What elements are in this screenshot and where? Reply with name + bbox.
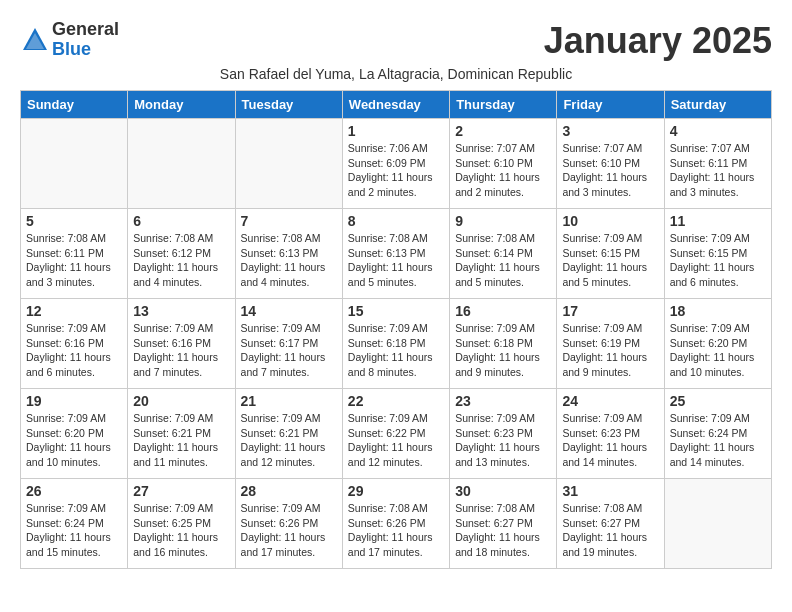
day-number: 10 xyxy=(562,213,658,229)
day-number: 6 xyxy=(133,213,229,229)
day-number: 23 xyxy=(455,393,551,409)
calendar-week-row: 19Sunrise: 7:09 AM Sunset: 6:20 PM Dayli… xyxy=(21,389,772,479)
day-info: Sunrise: 7:06 AM Sunset: 6:09 PM Dayligh… xyxy=(348,141,444,200)
day-info: Sunrise: 7:09 AM Sunset: 6:17 PM Dayligh… xyxy=(241,321,337,380)
calendar-table: SundayMondayTuesdayWednesdayThursdayFrid… xyxy=(20,90,772,569)
weekday-header: Monday xyxy=(128,91,235,119)
calendar-cell: 3Sunrise: 7:07 AM Sunset: 6:10 PM Daylig… xyxy=(557,119,664,209)
day-info: Sunrise: 7:09 AM Sunset: 6:24 PM Dayligh… xyxy=(26,501,122,560)
day-info: Sunrise: 7:09 AM Sunset: 6:24 PM Dayligh… xyxy=(670,411,766,470)
day-number: 15 xyxy=(348,303,444,319)
calendar-cell: 22Sunrise: 7:09 AM Sunset: 6:22 PM Dayli… xyxy=(342,389,449,479)
calendar-cell xyxy=(128,119,235,209)
day-info: Sunrise: 7:09 AM Sunset: 6:25 PM Dayligh… xyxy=(133,501,229,560)
calendar-cell: 9Sunrise: 7:08 AM Sunset: 6:14 PM Daylig… xyxy=(450,209,557,299)
calendar-week-row: 26Sunrise: 7:09 AM Sunset: 6:24 PM Dayli… xyxy=(21,479,772,569)
calendar-cell: 16Sunrise: 7:09 AM Sunset: 6:18 PM Dayli… xyxy=(450,299,557,389)
day-info: Sunrise: 7:09 AM Sunset: 6:15 PM Dayligh… xyxy=(562,231,658,290)
calendar-cell: 31Sunrise: 7:08 AM Sunset: 6:27 PM Dayli… xyxy=(557,479,664,569)
day-info: Sunrise: 7:08 AM Sunset: 6:12 PM Dayligh… xyxy=(133,231,229,290)
weekday-header: Tuesday xyxy=(235,91,342,119)
day-info: Sunrise: 7:08 AM Sunset: 6:26 PM Dayligh… xyxy=(348,501,444,560)
day-info: Sunrise: 7:08 AM Sunset: 6:27 PM Dayligh… xyxy=(455,501,551,560)
calendar-cell: 24Sunrise: 7:09 AM Sunset: 6:23 PM Dayli… xyxy=(557,389,664,479)
day-number: 2 xyxy=(455,123,551,139)
calendar-cell: 4Sunrise: 7:07 AM Sunset: 6:11 PM Daylig… xyxy=(664,119,771,209)
calendar-cell: 8Sunrise: 7:08 AM Sunset: 6:13 PM Daylig… xyxy=(342,209,449,299)
page-header: General Blue January 2025 xyxy=(20,20,772,62)
day-info: Sunrise: 7:08 AM Sunset: 6:13 PM Dayligh… xyxy=(348,231,444,290)
day-number: 24 xyxy=(562,393,658,409)
calendar-cell: 25Sunrise: 7:09 AM Sunset: 6:24 PM Dayli… xyxy=(664,389,771,479)
calendar-cell: 29Sunrise: 7:08 AM Sunset: 6:26 PM Dayli… xyxy=(342,479,449,569)
calendar-cell: 6Sunrise: 7:08 AM Sunset: 6:12 PM Daylig… xyxy=(128,209,235,299)
day-number: 18 xyxy=(670,303,766,319)
calendar-cell xyxy=(235,119,342,209)
day-number: 29 xyxy=(348,483,444,499)
day-number: 8 xyxy=(348,213,444,229)
calendar-cell xyxy=(664,479,771,569)
calendar-cell: 14Sunrise: 7:09 AM Sunset: 6:17 PM Dayli… xyxy=(235,299,342,389)
weekday-header-row: SundayMondayTuesdayWednesdayThursdayFrid… xyxy=(21,91,772,119)
day-info: Sunrise: 7:07 AM Sunset: 6:10 PM Dayligh… xyxy=(455,141,551,200)
day-info: Sunrise: 7:08 AM Sunset: 6:11 PM Dayligh… xyxy=(26,231,122,290)
day-info: Sunrise: 7:09 AM Sunset: 6:23 PM Dayligh… xyxy=(562,411,658,470)
logo-blue: Blue xyxy=(52,40,119,60)
calendar-cell: 17Sunrise: 7:09 AM Sunset: 6:19 PM Dayli… xyxy=(557,299,664,389)
weekday-header: Friday xyxy=(557,91,664,119)
day-info: Sunrise: 7:08 AM Sunset: 6:14 PM Dayligh… xyxy=(455,231,551,290)
calendar-cell: 23Sunrise: 7:09 AM Sunset: 6:23 PM Dayli… xyxy=(450,389,557,479)
day-info: Sunrise: 7:09 AM Sunset: 6:20 PM Dayligh… xyxy=(26,411,122,470)
day-number: 20 xyxy=(133,393,229,409)
day-info: Sunrise: 7:07 AM Sunset: 6:11 PM Dayligh… xyxy=(670,141,766,200)
day-info: Sunrise: 7:09 AM Sunset: 6:21 PM Dayligh… xyxy=(241,411,337,470)
calendar-week-row: 1Sunrise: 7:06 AM Sunset: 6:09 PM Daylig… xyxy=(21,119,772,209)
subtitle: San Rafael del Yuma, La Altagracia, Domi… xyxy=(20,66,772,82)
calendar-cell: 15Sunrise: 7:09 AM Sunset: 6:18 PM Dayli… xyxy=(342,299,449,389)
day-number: 16 xyxy=(455,303,551,319)
day-number: 17 xyxy=(562,303,658,319)
day-number: 3 xyxy=(562,123,658,139)
calendar-cell: 30Sunrise: 7:08 AM Sunset: 6:27 PM Dayli… xyxy=(450,479,557,569)
day-info: Sunrise: 7:09 AM Sunset: 6:16 PM Dayligh… xyxy=(133,321,229,380)
day-number: 31 xyxy=(562,483,658,499)
day-info: Sunrise: 7:09 AM Sunset: 6:21 PM Dayligh… xyxy=(133,411,229,470)
calendar-cell: 1Sunrise: 7:06 AM Sunset: 6:09 PM Daylig… xyxy=(342,119,449,209)
calendar-week-row: 12Sunrise: 7:09 AM Sunset: 6:16 PM Dayli… xyxy=(21,299,772,389)
calendar-cell: 20Sunrise: 7:09 AM Sunset: 6:21 PM Dayli… xyxy=(128,389,235,479)
weekday-header: Wednesday xyxy=(342,91,449,119)
day-info: Sunrise: 7:08 AM Sunset: 6:13 PM Dayligh… xyxy=(241,231,337,290)
logo-general: General xyxy=(52,20,119,40)
day-number: 5 xyxy=(26,213,122,229)
day-number: 30 xyxy=(455,483,551,499)
calendar-cell: 2Sunrise: 7:07 AM Sunset: 6:10 PM Daylig… xyxy=(450,119,557,209)
day-number: 28 xyxy=(241,483,337,499)
day-info: Sunrise: 7:09 AM Sunset: 6:18 PM Dayligh… xyxy=(348,321,444,380)
day-number: 19 xyxy=(26,393,122,409)
month-title: January 2025 xyxy=(544,20,772,62)
day-number: 1 xyxy=(348,123,444,139)
weekday-header: Saturday xyxy=(664,91,771,119)
day-number: 14 xyxy=(241,303,337,319)
day-info: Sunrise: 7:09 AM Sunset: 6:19 PM Dayligh… xyxy=(562,321,658,380)
day-info: Sunrise: 7:09 AM Sunset: 6:23 PM Dayligh… xyxy=(455,411,551,470)
day-info: Sunrise: 7:09 AM Sunset: 6:18 PM Dayligh… xyxy=(455,321,551,380)
calendar-cell: 18Sunrise: 7:09 AM Sunset: 6:20 PM Dayli… xyxy=(664,299,771,389)
day-number: 13 xyxy=(133,303,229,319)
calendar-cell: 21Sunrise: 7:09 AM Sunset: 6:21 PM Dayli… xyxy=(235,389,342,479)
day-info: Sunrise: 7:09 AM Sunset: 6:20 PM Dayligh… xyxy=(670,321,766,380)
day-number: 26 xyxy=(26,483,122,499)
calendar-cell: 12Sunrise: 7:09 AM Sunset: 6:16 PM Dayli… xyxy=(21,299,128,389)
calendar-cell: 19Sunrise: 7:09 AM Sunset: 6:20 PM Dayli… xyxy=(21,389,128,479)
logo: General Blue xyxy=(20,20,119,60)
day-number: 7 xyxy=(241,213,337,229)
weekday-header: Sunday xyxy=(21,91,128,119)
weekday-header: Thursday xyxy=(450,91,557,119)
logo-icon xyxy=(20,25,50,55)
day-number: 11 xyxy=(670,213,766,229)
day-info: Sunrise: 7:09 AM Sunset: 6:15 PM Dayligh… xyxy=(670,231,766,290)
calendar-week-row: 5Sunrise: 7:08 AM Sunset: 6:11 PM Daylig… xyxy=(21,209,772,299)
day-number: 4 xyxy=(670,123,766,139)
calendar-cell: 13Sunrise: 7:09 AM Sunset: 6:16 PM Dayli… xyxy=(128,299,235,389)
day-number: 27 xyxy=(133,483,229,499)
